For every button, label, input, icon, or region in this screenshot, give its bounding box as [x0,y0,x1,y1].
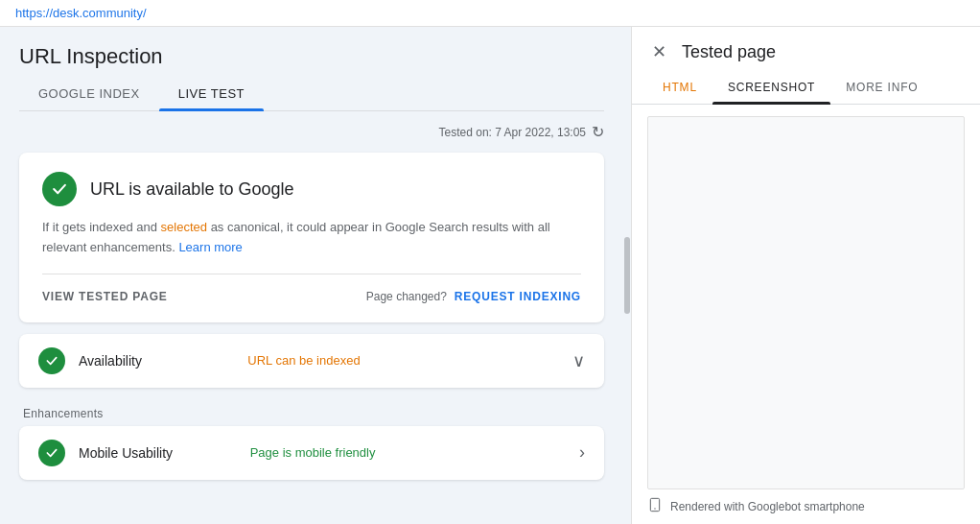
mobile-usability-label: Mobile Usability [79,445,237,461]
mobile-usability-row[interactable]: Mobile Usability Page is mobile friendly… [19,426,604,480]
page-title: URL Inspection [19,44,604,69]
status-card: URL is available to Google If it gets in… [19,153,604,322]
enhancements-label: Enhancements [19,399,604,426]
smartphone-icon [647,497,663,516]
main-tabs-row: GOOGLE INDEX LIVE TEST [19,77,604,111]
right-footer: Rendered with Googlebot smartphone [632,489,980,524]
availability-chevron-icon[interactable]: ∨ [572,350,585,371]
tab-more-info[interactable]: MORE INFO [830,71,933,104]
svg-point-1 [654,508,655,509]
view-tested-page-link[interactable]: VIEW TESTED PAGE [42,290,168,303]
status-actions: VIEW TESTED PAGE Page changed? REQUEST I… [42,274,581,303]
status-description: If it gets indexed and selected as canon… [42,218,581,258]
tab-google-index[interactable]: GOOGLE INDEX [19,77,159,110]
status-header: URL is available to Google [42,172,581,206]
mobile-usability-chevron-icon[interactable]: › [579,442,585,463]
mobile-usability-card: Mobile Usability Page is mobile friendly… [19,426,604,480]
refresh-icon[interactable]: ↻ [592,123,604,141]
request-indexing-link[interactable]: REQUEST INDEXING [455,290,581,303]
screenshot-preview [647,116,965,489]
left-content: Tested on: 7 Apr 2022, 13:05 ↻ URL is av… [0,111,623,524]
svg-rect-0 [650,498,659,511]
availability-value: URL can be indexed [247,353,559,368]
desc-part1: If it gets indexed and [42,220,161,234]
tab-html[interactable]: HTML [647,71,712,104]
availability-label: Availability [79,353,234,369]
left-panel-scrollbar[interactable] [623,27,631,524]
right-panel: ✕ Tested page HTML SCREENSHOT MORE INFO [631,27,980,524]
left-header: URL Inspection GOOGLE INDEX LIVE TEST [0,27,623,111]
url-text: https://desk.community/ [15,6,147,20]
left-panel: URL Inspection GOOGLE INDEX LIVE TEST Te… [0,27,623,524]
panel-title: Tested page [682,42,776,62]
learn-more-link[interactable]: Learn more [178,240,242,254]
main-area: URL Inspection GOOGLE INDEX LIVE TEST Te… [0,27,980,524]
tab-live-test[interactable]: LIVE TEST [159,77,264,110]
url-bar: https://desk.community/ [0,0,980,27]
status-title: URL is available to Google [90,179,293,200]
mobile-usability-value: Page is mobile friendly [250,445,566,460]
right-header: ✕ Tested page [632,27,980,63]
tested-on-text: Tested on: 7 Apr 2022, 13:05 [439,126,586,139]
page-changed-text: Page changed? [366,290,447,303]
close-button[interactable]: ✕ [647,40,670,63]
scroll-thumb [624,237,630,314]
availability-row[interactable]: Availability URL can be indexed ∨ [19,334,604,388]
check-circle [42,172,77,206]
footer-text: Rendered with Googlebot smartphone [670,500,865,513]
action-right: Page changed? REQUEST INDEXING [366,290,581,303]
right-tabs: HTML SCREENSHOT MORE INFO [632,71,980,105]
availability-check [38,347,65,374]
mobile-check [38,440,65,466]
desc-selected: selected [161,220,207,234]
availability-card: Availability URL can be indexed ∨ [19,334,604,388]
tested-on-row: Tested on: 7 Apr 2022, 13:05 ↻ [19,123,604,141]
tab-screenshot[interactable]: SCREENSHOT [712,71,830,104]
